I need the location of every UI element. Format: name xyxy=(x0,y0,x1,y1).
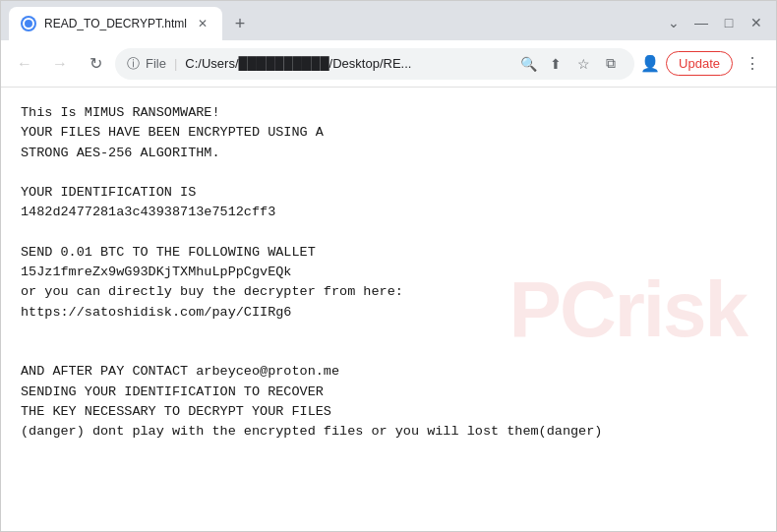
new-tab-button[interactable]: + xyxy=(226,10,254,37)
nav-bar: ← → ↻ ⓘ File | C:/Users/██████████/Deskt… xyxy=(1,40,776,88)
active-tab[interactable]: READ_TO_DECRYPT.html ✕ xyxy=(9,7,222,40)
address-icons: 🔍 ⬆ ☆ ⧉ xyxy=(516,52,623,76)
reload-button[interactable]: ↻ xyxy=(80,48,111,80)
back-button[interactable]: ← xyxy=(9,48,40,80)
protocol-label: File xyxy=(146,56,166,71)
menu-button[interactable]: ⋮ xyxy=(737,48,768,80)
minimize-button[interactable]: — xyxy=(689,11,713,34)
address-text: C:/Users/██████████/Desktop/RE... xyxy=(185,56,510,71)
chevron-down-icon[interactable]: ⌄ xyxy=(662,11,686,34)
bookmark-icon[interactable]: ☆ xyxy=(571,52,595,76)
share-icon[interactable]: ⬆ xyxy=(544,52,568,76)
profile-icon[interactable]: 👤 xyxy=(638,52,662,76)
address-bar[interactable]: ⓘ File | C:/Users/██████████/Desktop/RE.… xyxy=(115,48,634,80)
title-bar: READ_TO_DECRYPT.html ✕ + ⌄ — □ ✕ xyxy=(1,1,776,40)
browser-window: READ_TO_DECRYPT.html ✕ + ⌄ — □ ✕ ← → ↻ ⓘ… xyxy=(0,0,777,532)
page-content: PCrisk This Is MIMUS RANSOMWARE! YOUR FI… xyxy=(1,88,776,531)
tab-favicon xyxy=(21,16,36,31)
ransomware-message: This Is MIMUS RANSOMWARE! YOUR FILES HAV… xyxy=(21,103,756,442)
tab-close-button[interactable]: ✕ xyxy=(195,16,210,31)
window-controls: ⌄ — □ ✕ xyxy=(662,11,768,34)
info-icon: ⓘ xyxy=(127,55,140,73)
close-button[interactable]: ✕ xyxy=(745,11,768,34)
forward-button[interactable]: → xyxy=(44,48,76,80)
maximize-button[interactable]: □ xyxy=(717,11,741,34)
split-view-icon[interactable]: ⧉ xyxy=(599,52,623,76)
tab-title: READ_TO_DECRYPT.html xyxy=(44,17,187,30)
update-button[interactable]: Update xyxy=(666,51,733,76)
search-icon[interactable]: 🔍 xyxy=(516,52,540,76)
